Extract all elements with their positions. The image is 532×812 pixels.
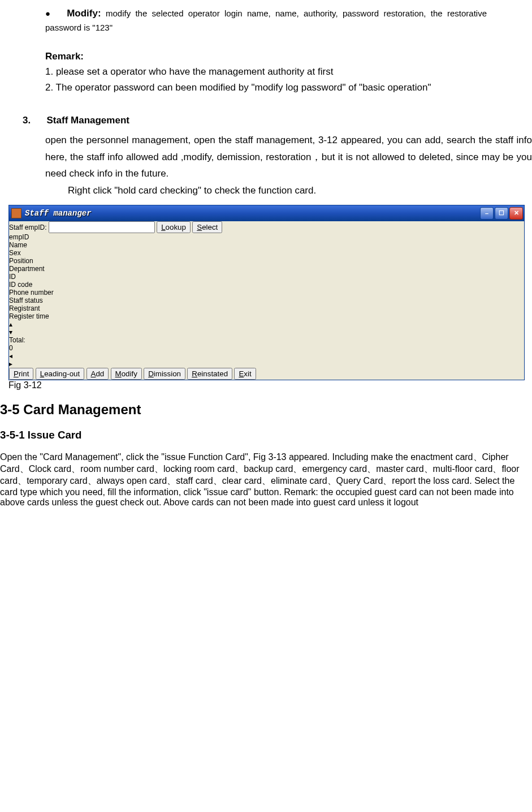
modify-button[interactable]: Modify (111, 368, 142, 380)
search-label: Staff empID: (9, 224, 46, 231)
figure-caption: Fig 3-12 (8, 380, 524, 390)
modify-label: Modify: (67, 8, 101, 19)
app-icon (11, 208, 21, 218)
scroll-right-icon[interactable]: ▸ (9, 360, 524, 368)
search-input[interactable] (49, 221, 155, 233)
modify-text: modify the selected operator login name,… (45, 8, 487, 32)
col-department[interactable]: Department (9, 265, 57, 273)
table-header-row: empID Name Sex Position Department ID ID… (9, 233, 524, 320)
col-phone[interactable]: Phone number (9, 289, 60, 297)
horizontal-scrollbar[interactable]: ◂ ▸ (9, 352, 524, 368)
heading-3-5: 3-5 Card Management (0, 402, 532, 418)
section-3-para-2: Right click "hold card checking" to chec… (68, 182, 487, 199)
remark-line-2: 2. The operator password can been modifi… (45, 80, 487, 95)
col-registrant[interactable]: Registrant (9, 304, 51, 312)
exit-button[interactable]: Exit (234, 368, 256, 380)
minimize-button[interactable]: – (480, 207, 494, 220)
scroll-down-icon[interactable]: ▾ (9, 328, 524, 336)
col-regtime[interactable]: Register time (9, 312, 66, 320)
col-status[interactable]: Staff status (9, 297, 51, 304)
staff-manager-window: Staff mananger – ☐ ✕ Staff empID: Lookup… (8, 205, 525, 380)
lookup-button[interactable]: Lookup (157, 221, 191, 233)
window-title: Staff mananger (25, 209, 480, 218)
scroll-up-icon[interactable]: ▴ (9, 320, 524, 328)
status-total-label: Total: (9, 336, 49, 344)
window-titlebar[interactable]: Staff mananger – ☐ ✕ (9, 205, 524, 221)
select-button[interactable]: Select (192, 221, 222, 233)
vertical-scrollbar[interactable]: ▴ ▾ (9, 320, 524, 336)
leading-out-button[interactable]: Leading-out (36, 368, 84, 380)
bullet-icon: ● (45, 8, 53, 18)
reinstated-button[interactable]: Reinstated (187, 368, 232, 380)
col-empid[interactable]: empID (9, 233, 49, 241)
col-sex[interactable]: Sex (9, 249, 37, 257)
section-3-para-1: open the personnel management, open the … (45, 132, 532, 182)
print-button[interactable]: Print (9, 368, 33, 380)
dimission-button[interactable]: Dimission (144, 368, 185, 380)
close-button[interactable]: ✕ (509, 207, 523, 220)
scroll-left-icon[interactable]: ◂ (9, 352, 524, 360)
bottom-button-bar: Print Leading-out Add Modify Dimission R… (9, 368, 524, 380)
col-idcode[interactable]: ID code (9, 281, 49, 289)
maximize-button[interactable]: ☐ (495, 207, 508, 220)
modify-bullet: ● Modify: modify the selected operator l… (45, 6, 487, 35)
col-id[interactable]: ID (9, 273, 43, 281)
section-3-heading: 3. Staff Management (23, 115, 487, 126)
issue-card-para: Open the "Card Management", click the "i… (0, 452, 532, 508)
table-body[interactable]: ▴ ▾ (9, 320, 524, 336)
status-row: Total: 0 (9, 336, 524, 352)
col-name[interactable]: Name (9, 241, 49, 249)
col-position[interactable]: Position (9, 257, 49, 265)
search-toolbar: Staff empID: Lookup Select (9, 221, 524, 233)
status-total-value: 0 (9, 344, 49, 352)
remark-heading: Remark: (45, 49, 487, 64)
add-button[interactable]: Add (86, 368, 109, 380)
remark-line-1: 1. please set a operator who have the ma… (45, 64, 487, 79)
heading-3-5-1: 3-5-1 Issue Card (0, 429, 532, 441)
